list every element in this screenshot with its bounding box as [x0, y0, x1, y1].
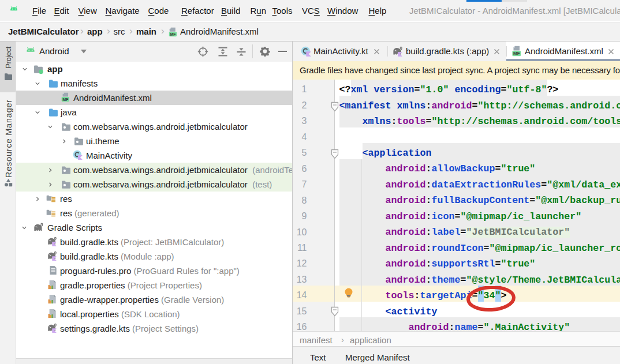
- svg-text:MF: MF: [170, 32, 176, 36]
